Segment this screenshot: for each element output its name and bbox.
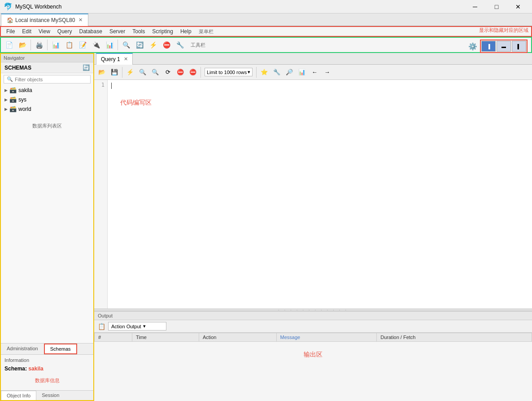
code-editor[interactable]: 代码编写区 (108, 80, 532, 308)
qt-sep3 (256, 67, 257, 78)
title-bar-controls: ─ □ ✕ (465, 0, 528, 13)
region-btn-center[interactable]: ▬ (497, 41, 511, 52)
schema-name-world: world (18, 106, 31, 112)
output-area: Output 📋 Action Output ▾ # Time Action M… (94, 311, 532, 401)
output-type-dropdown-icon: ▾ (143, 323, 146, 329)
info-header: Information (4, 357, 90, 363)
query-tab-1[interactable]: Query 1 ✕ (96, 53, 133, 65)
tb-stop[interactable]: ⛔ (160, 39, 173, 51)
qt-indent-right[interactable]: → (321, 66, 333, 78)
tab-schemas[interactable]: Schemas (44, 344, 77, 354)
navigator-label: Navigator (4, 55, 25, 61)
instance-tab[interactable]: 🏠 Local instance MySQL80 ✕ (1, 13, 88, 26)
qt-cancel[interactable]: ⛔ (174, 66, 186, 78)
filter-input-container: 🔍 (4, 75, 91, 84)
tab-administration[interactable]: Administration (1, 344, 44, 354)
info-panel: Information Schema: sakila 数据库信息 (1, 354, 93, 390)
app-icon: 🐬 (4, 2, 13, 11)
output-type-label: Action Output (111, 324, 141, 329)
filter-objects-input[interactable] (15, 77, 87, 82)
schema-item-world[interactable]: ▶ 🗃️ world (1, 104, 93, 114)
tb-sep1 (31, 40, 31, 50)
schema-name-display: sakila (28, 366, 43, 372)
menu-tools[interactable]: Tools (129, 27, 148, 35)
tb-view[interactable]: 📝 (76, 39, 89, 51)
schema-icon-sys: 🗃️ (9, 96, 17, 103)
region-btn-left[interactable]: ▐ (481, 41, 496, 52)
qt-add-tab[interactable]: ⭐ (258, 66, 270, 78)
limit-label: Limit to 1000 rows (207, 70, 247, 75)
tb-config[interactable]: 🔧 (174, 39, 186, 51)
line-numbers: 1 (94, 80, 108, 308)
region-btn-right[interactable]: ▌ (512, 41, 526, 52)
menu-view[interactable]: View (35, 27, 54, 35)
qt-find[interactable]: 🔎 (283, 66, 295, 78)
schemas-title: SCHEMAS (4, 65, 31, 71)
refresh-icon[interactable]: 🔄 (83, 64, 90, 71)
tab-close-button[interactable]: ✕ (78, 17, 83, 23)
schema-info-bold: Schema: (4, 366, 28, 372)
expand-icon-world: ▶ (4, 107, 8, 111)
line-number-1: 1 (94, 82, 105, 88)
minimize-button[interactable]: ─ (465, 0, 485, 13)
qt-stop[interactable]: ⟳ (162, 66, 174, 78)
bottom-tabs: Administration Schemas (1, 343, 93, 354)
output-type-select[interactable]: Action Output ▾ (108, 322, 166, 330)
menu-scripting[interactable]: Scripting (148, 27, 177, 35)
toolbar-label: 工具栏 (191, 42, 205, 48)
schema-name-sakila: sakila (18, 87, 32, 93)
menu-help[interactable]: Help (177, 27, 195, 35)
cursor-line (111, 82, 528, 90)
menu-query[interactable]: Query (54, 27, 76, 35)
col-action: Action (199, 333, 276, 342)
main-layout: Navigator SCHEMAS 🔄 🔍 ▶ 🗃️ sakila (0, 53, 532, 401)
schema-list: ▶ 🗃️ sakila ▶ 🗃️ sys ▶ 🗃️ world 数据库列表区 (1, 85, 93, 343)
tb-open[interactable]: 📂 (16, 39, 29, 51)
qt-open[interactable]: 📂 (96, 66, 108, 78)
tb-proc[interactable]: 🔌 (90, 39, 102, 51)
search-icon: 🔍 (7, 76, 13, 82)
tb-sep2 (47, 40, 48, 50)
qt-toggle-output[interactable]: ⛔ (187, 66, 199, 78)
qt-explain[interactable]: 🔍 (149, 66, 161, 78)
tab-session[interactable]: Session (36, 391, 65, 400)
tab-object-info[interactable]: Object Info (1, 391, 36, 400)
tb-table[interactable]: 📋 (63, 39, 75, 51)
toolbar: 📄 📂 🖨️ 📊 📋 📝 🔌 📊 🔍 🔄 ⚡ ⛔ 🔧 工具栏 ⚙️ ▐ ▬ ▌ (0, 37, 532, 53)
tb-new[interactable]: 📄 (3, 39, 15, 51)
tb-exec[interactable]: ⚡ (147, 39, 159, 51)
menu-file[interactable]: File (3, 27, 18, 35)
region-label: 显示和隐藏对应的区域 (479, 27, 528, 34)
close-button[interactable]: ✕ (508, 0, 528, 13)
tb-func[interactable]: 📊 (103, 39, 116, 51)
schema-info: Schema: sakila (4, 366, 90, 372)
qt-save[interactable]: 💾 (109, 66, 120, 78)
schemas-header: SCHEMAS 🔄 (1, 62, 93, 73)
tab-bar: 🏠 Local instance MySQL80 ✕ (0, 13, 532, 26)
qt-indent-left[interactable]: ← (309, 66, 320, 78)
restore-button[interactable]: □ (486, 0, 507, 13)
schema-item-sakila[interactable]: ▶ 🗃️ sakila (1, 85, 93, 95)
qt-exec-sel[interactable]: 🔍 (137, 66, 148, 78)
limit-select[interactable]: Limit to 1000 rows ▾ (205, 68, 253, 76)
tb-reconnect[interactable]: 🔄 (133, 39, 146, 51)
qt-toggle-invisible[interactable]: 📊 (296, 66, 308, 78)
menu-edit[interactable]: Edit (18, 27, 35, 35)
db-info-label: 数据库信息 (4, 374, 90, 388)
menu-server[interactable]: Server (106, 27, 129, 35)
query-tab-close[interactable]: ✕ (124, 56, 128, 62)
output-area-label: 输出区 (94, 342, 532, 368)
tb-schema[interactable]: 📊 (49, 39, 62, 51)
gear-icon[interactable]: ⚙️ (468, 42, 477, 51)
tb-search[interactable]: 🔍 (120, 39, 132, 51)
qt-exec-all[interactable]: ⚡ (124, 66, 136, 78)
cursor-blink (111, 83, 112, 89)
query-toolbar: 📂 💾 ⚡ 🔍 🔍 ⟳ ⛔ ⛔ Limit to 1000 rows ▾ ⭐ 🔧… (94, 65, 532, 80)
menu-database[interactable]: Database (76, 27, 106, 35)
qt-beauty[interactable]: 🔧 (271, 66, 283, 78)
title-bar-left: 🐬 MySQL Workbench (4, 2, 61, 11)
schema-item-sys[interactable]: ▶ 🗃️ sys (1, 95, 93, 104)
qt-sep1 (122, 67, 122, 78)
code-area: 1 代码编写区 (94, 80, 532, 308)
tb-save[interactable]: 🖨️ (33, 39, 45, 51)
